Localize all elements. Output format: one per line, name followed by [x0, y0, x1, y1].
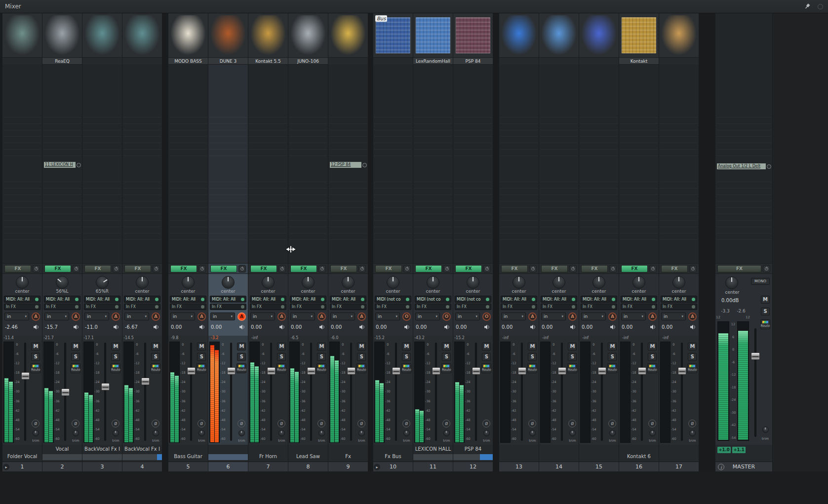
send-slot[interactable]: 11:LEXICON H: [44, 161, 81, 168]
input-midi-button[interactable]: MIDI: All: All: [330, 296, 366, 303]
fader-handle[interactable]: [638, 367, 646, 375]
monitor-input-button[interactable]: in ▾: [415, 312, 440, 320]
mute-button[interactable]: M: [442, 343, 451, 350]
volume-fader[interactable]: [186, 336, 197, 445]
fx-button[interactable]: FX: [290, 265, 317, 272]
volume-readout[interactable]: 0.00: [376, 324, 387, 330]
fx-button[interactable]: FX: [541, 265, 568, 272]
input-midi-button[interactable]: MIDI (not co: [375, 296, 411, 303]
monitor-input-button[interactable]: in ▾: [210, 312, 235, 320]
trim-knob[interactable]: [358, 430, 365, 436]
fx-insert-area[interactable]: [288, 65, 328, 263]
master-mute-button[interactable]: M: [761, 296, 770, 304]
fx-button[interactable]: FX: [455, 265, 482, 272]
monitor-input-button[interactable]: in ▾: [250, 312, 275, 320]
master-insert-area[interactable]: Analog Out 1/2 L Delt: [715, 13, 772, 263]
record-arm-button[interactable]: A: [112, 312, 120, 321]
record-arm-button[interactable]: O: [482, 312, 491, 321]
track-number-row[interactable]: 12: [453, 462, 493, 471]
volume-readout[interactable]: 0.00: [291, 324, 302, 330]
master-rms-right[interactable]: +1.1: [732, 447, 746, 453]
input-midi-button[interactable]: MIDI: All: All: [250, 296, 286, 303]
trim-knob[interactable]: [609, 430, 616, 436]
fx-bypass-button[interactable]: [529, 265, 537, 272]
peak-readout[interactable]: -9.8: [169, 336, 180, 342]
master-label-row[interactable]: i MASTER: [715, 462, 772, 471]
fader-handle[interactable]: [187, 367, 196, 375]
master-peak-left[interactable]: -3.3: [721, 309, 730, 313]
track-number-row[interactable]: 6: [208, 462, 248, 471]
fader-handle[interactable]: [678, 367, 686, 375]
solo-button[interactable]: S: [197, 353, 206, 361]
trim-knob[interactable]: [33, 430, 39, 436]
track-name[interactable]: BackVocal Fx I: [83, 446, 121, 452]
fx-insert-area[interactable]: [579, 65, 619, 263]
trim-knob[interactable]: [483, 430, 490, 436]
route-button[interactable]: Route: [31, 363, 40, 373]
volume-readout[interactable]: 0.00: [416, 324, 427, 330]
track-number-row[interactable]: 2: [42, 462, 82, 471]
trim-knob[interactable]: [238, 430, 245, 436]
track-icon[interactable]: [453, 13, 493, 58]
fx-insert-area[interactable]: [2, 65, 42, 263]
track-icon[interactable]: [2, 13, 42, 58]
solo-button[interactable]: S: [71, 353, 80, 361]
fx-insert-area[interactable]: [208, 65, 248, 263]
volume-fader[interactable]: [60, 336, 71, 445]
track-icon[interactable]: Bus: [373, 13, 413, 58]
volume-readout[interactable]: 0.00: [171, 324, 182, 330]
master-fader-handle[interactable]: [751, 352, 760, 360]
route-button[interactable]: Route: [687, 363, 697, 373]
send-pan-knob-icon[interactable]: [77, 163, 81, 167]
input-fx-button[interactable]: In FX: [44, 304, 80, 310]
mute-button[interactable]: M: [31, 343, 40, 350]
input-fx-button[interactable]: In FX: [210, 304, 246, 310]
pan-knob[interactable]: [427, 276, 439, 289]
fx-button[interactable]: FX: [581, 265, 608, 272]
fx-button[interactable]: FX: [501, 265, 528, 272]
pan-knob[interactable]: [632, 276, 645, 289]
volume-fader[interactable]: [431, 336, 441, 445]
peak-readout[interactable]: -17.1: [83, 336, 94, 342]
titlebar-button-icon[interactable]: [818, 4, 823, 9]
track-name[interactable]: BackVocal Fx I: [123, 446, 161, 452]
trim-knob[interactable]: [153, 430, 159, 436]
input-midi-button[interactable]: MIDI: All: All: [210, 296, 246, 303]
track-icon[interactable]: [499, 13, 539, 58]
monitor-input-button[interactable]: in ▾: [455, 312, 480, 320]
pan-knob[interactable]: [56, 276, 69, 289]
fx-button[interactable]: FX: [661, 265, 688, 272]
fx-bypass-button[interactable]: [318, 265, 326, 272]
phase-button[interactable]: ø: [197, 420, 205, 427]
track-number-row[interactable]: 14: [539, 462, 579, 471]
input-midi-button[interactable]: MIDI: All: All: [621, 296, 657, 303]
record-arm-button[interactable]: A: [32, 312, 40, 321]
mute-button[interactable]: M: [608, 343, 617, 350]
track-icon[interactable]: [579, 13, 619, 58]
input-midi-button[interactable]: MIDI: All: All: [290, 296, 326, 303]
track-icon[interactable]: [208, 13, 248, 58]
master-solo-button[interactable]: S: [761, 308, 770, 315]
route-button[interactable]: Route: [71, 363, 80, 373]
monitor-input-button[interactable]: in ▾: [330, 312, 355, 320]
volume-fader[interactable]: [266, 336, 276, 445]
route-button[interactable]: Route: [316, 363, 326, 373]
track-icon[interactable]: [122, 13, 162, 58]
phase-button[interactable]: ø: [608, 420, 616, 427]
fx-bypass-button[interactable]: [278, 265, 286, 272]
record-arm-button[interactable]: A: [357, 312, 366, 321]
solo-button[interactable]: S: [648, 353, 657, 361]
volume-readout[interactable]: -2.46: [5, 324, 18, 330]
fx-insert-area[interactable]: [248, 65, 288, 263]
volume-fader[interactable]: [346, 336, 356, 445]
input-midi-button[interactable]: MIDI: All: All: [501, 296, 537, 303]
master-peak-right[interactable]: -2.6: [737, 309, 746, 313]
input-fx-button[interactable]: In FX: [4, 304, 40, 310]
fader-handle[interactable]: [347, 367, 355, 375]
pan-knob[interactable]: [182, 276, 195, 289]
volume-fader[interactable]: [471, 336, 481, 445]
input-fx-button[interactable]: In FX: [330, 304, 366, 310]
record-arm-button[interactable]: A: [608, 312, 617, 321]
fx-bypass-button[interactable]: [403, 265, 411, 272]
track-icon[interactable]: [539, 13, 579, 58]
